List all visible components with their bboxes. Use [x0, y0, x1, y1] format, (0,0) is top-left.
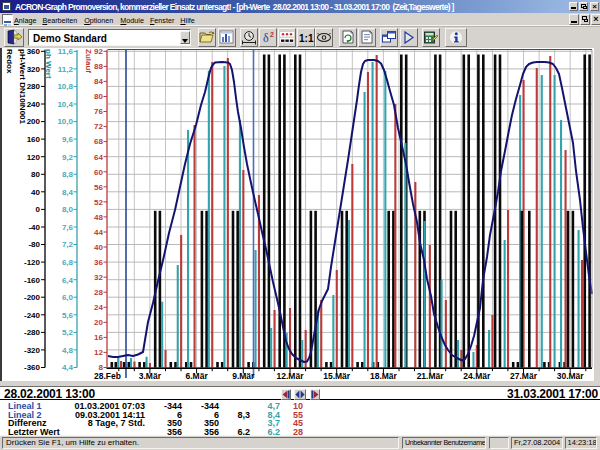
- svg-text:ph Wert: ph Wert: [44, 49, 53, 79]
- svg-text:-360: -360: [24, 363, 41, 372]
- svg-text:6,4: 6,4: [62, 276, 74, 285]
- svg-text:-280: -280: [24, 328, 41, 337]
- svg-text:6,8: 6,8: [62, 258, 74, 267]
- svg-text:20: 20: [94, 318, 103, 327]
- svg-text:11,6: 11,6: [58, 47, 74, 56]
- svg-text:160: 160: [27, 135, 41, 144]
- svg-text:8,4: 8,4: [62, 188, 74, 197]
- svg-text:200: 200: [27, 117, 41, 126]
- svg-text:28: 28: [94, 288, 103, 297]
- svg-text:240: 240: [27, 100, 41, 109]
- svg-text:9,2: 9,2: [62, 153, 74, 162]
- svg-text:6.Mär: 6.Mär: [185, 371, 208, 381]
- svg-text:15.Mär: 15.Mär: [323, 371, 351, 381]
- svg-text:-240: -240: [24, 311, 41, 320]
- svg-text:12: 12: [94, 348, 103, 357]
- svg-text:Zulauf: Zulauf: [84, 49, 93, 73]
- svg-text:8,0: 8,0: [62, 205, 74, 214]
- svg-text:80: 80: [94, 92, 103, 101]
- svg-text:pH-Wert DN10IN001: pH-Wert DN10IN001: [18, 49, 27, 125]
- svg-text:320: 320: [27, 65, 41, 74]
- svg-text:92: 92: [94, 47, 103, 56]
- svg-text:21.Mär: 21.Mär: [417, 371, 445, 381]
- svg-text:64: 64: [94, 153, 103, 162]
- svg-text:-40: -40: [28, 223, 40, 232]
- svg-text:44: 44: [94, 228, 103, 237]
- svg-text:120: 120: [27, 153, 41, 162]
- svg-text:27.Mär: 27.Mär: [510, 371, 538, 381]
- svg-text:-160: -160: [24, 276, 41, 285]
- svg-text:76: 76: [94, 107, 103, 116]
- svg-text:Redox: Redox: [5, 49, 14, 74]
- svg-text:7,2: 7,2: [62, 240, 74, 249]
- svg-text:7,6: 7,6: [62, 223, 74, 232]
- svg-text:9,6: 9,6: [62, 135, 74, 144]
- svg-text:0: 0: [36, 205, 41, 214]
- svg-text:3.Mär: 3.Mär: [139, 371, 162, 381]
- svg-text:4,8: 4,8: [62, 346, 74, 355]
- svg-text:32: 32: [94, 273, 103, 282]
- svg-text:5,6: 5,6: [62, 311, 74, 320]
- svg-text:5,2: 5,2: [62, 328, 74, 337]
- svg-text:88: 88: [94, 62, 103, 71]
- svg-text:10,8: 10,8: [57, 82, 73, 91]
- svg-text:56: 56: [94, 183, 103, 192]
- svg-text:4,4: 4,4: [62, 363, 74, 372]
- svg-text:30.Mär: 30.Mär: [557, 371, 585, 381]
- svg-text:18.Mär: 18.Mär: [370, 371, 398, 381]
- svg-text:8,8: 8,8: [62, 170, 74, 179]
- svg-text:12.Mär: 12.Mär: [277, 371, 305, 381]
- svg-text:60: 60: [94, 168, 103, 177]
- svg-text:10,0: 10,0: [57, 117, 73, 126]
- svg-text:68: 68: [94, 137, 103, 146]
- svg-text:360: 360: [27, 47, 41, 56]
- svg-text:24.Mär: 24.Mär: [463, 371, 491, 381]
- svg-text:40: 40: [94, 243, 103, 252]
- svg-text:80: 80: [31, 170, 40, 179]
- svg-text:280: 280: [27, 82, 41, 91]
- svg-text:84: 84: [94, 77, 103, 86]
- svg-text:-80: -80: [28, 240, 40, 249]
- svg-text:11,2: 11,2: [58, 65, 74, 74]
- svg-text:72: 72: [94, 122, 103, 131]
- svg-text:28.Feb: 28.Feb: [94, 371, 121, 381]
- svg-text:6,0: 6,0: [62, 293, 74, 302]
- svg-text:-320: -320: [24, 346, 41, 355]
- svg-text:-120: -120: [24, 258, 41, 267]
- svg-text:16: 16: [94, 333, 103, 342]
- svg-text:52: 52: [94, 198, 103, 207]
- svg-text:36: 36: [94, 258, 103, 267]
- svg-text:-200: -200: [24, 293, 41, 302]
- svg-text:10,4: 10,4: [57, 100, 73, 109]
- svg-text:9.Mär: 9.Mär: [232, 371, 255, 381]
- svg-text:24: 24: [94, 303, 103, 312]
- svg-text:48: 48: [94, 213, 103, 222]
- svg-text:40: 40: [31, 188, 40, 197]
